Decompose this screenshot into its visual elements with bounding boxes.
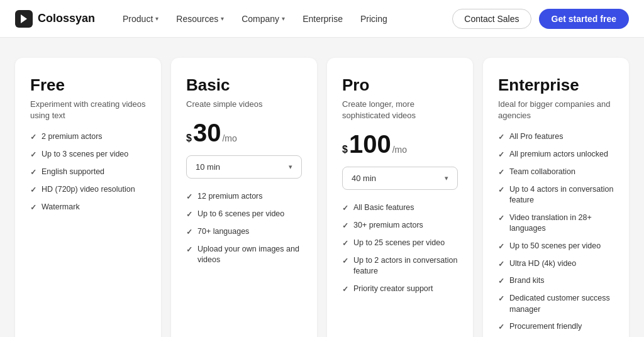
- feature-text: Up to 4 actors in conversation feature: [509, 184, 614, 206]
- nav-link-company[interactable]: Company▾: [234, 10, 292, 28]
- check-icon: ✓: [30, 202, 36, 213]
- price-dollar-pro: $: [342, 145, 348, 155]
- pricing-card-enterprise: EnterpriseIdeal for bigger companies and…: [483, 58, 629, 337]
- dropdown-basic[interactable]: 10 min▾: [186, 155, 302, 179]
- feature-text: Video translation in 28+ languages: [509, 213, 614, 235]
- feature-text: Up to 3 scenes per video: [42, 149, 128, 160]
- feature-text: English supported: [42, 167, 104, 178]
- feature-text: Ultra HD (4k) video: [509, 258, 576, 270]
- logo-text: Colossyan: [38, 12, 95, 25]
- feature-item: ✓Up to 3 scenes per video: [30, 149, 146, 160]
- feature-item: ✓Up to 25 scenes per video: [342, 238, 458, 249]
- feature-text: All Basic features: [353, 202, 414, 214]
- feature-text: All Pro features: [509, 131, 563, 143]
- contact-sales-button[interactable]: Contact Sales: [452, 9, 531, 29]
- feature-text: Up to 50 scenes per video: [509, 241, 601, 252]
- check-icon: ✓: [186, 245, 192, 255]
- price-period-basic: /mo: [222, 133, 236, 143]
- nav-link-enterprise[interactable]: Enterprise: [295, 10, 350, 28]
- feature-text: 70+ languages: [197, 226, 249, 238]
- chevron-down-icon: ▾: [282, 15, 285, 22]
- feature-item: ✓Up to 4 actors in conversation feature: [498, 184, 614, 206]
- check-icon: ✓: [498, 150, 504, 160]
- check-icon: ✓: [30, 185, 36, 196]
- check-icon: ✓: [498, 213, 504, 224]
- navbar: Colossyan Product▾Resources▾Company▾Ente…: [0, 0, 644, 38]
- logo[interactable]: Colossyan: [15, 10, 95, 28]
- price-dollar-basic: $: [186, 133, 192, 143]
- dropdown-label-pro: 40 min: [352, 174, 376, 183]
- chevron-down-icon: ▾: [221, 15, 224, 22]
- check-icon: ✓: [342, 256, 348, 267]
- check-icon: ✓: [30, 150, 36, 160]
- price-period-pro: /mo: [392, 145, 407, 155]
- feature-item: ✓Priority creator support: [342, 284, 458, 295]
- feature-item: ✓Ultra HD (4k) video: [498, 258, 614, 270]
- plan-subtitle-enterprise: Ideal for bigger companies and agencies: [498, 99, 614, 121]
- feature-item: ✓Brand kits: [498, 275, 614, 287]
- check-icon: ✓: [498, 276, 504, 287]
- feature-text: Brand kits: [509, 275, 545, 287]
- feature-item: ✓2 premium actors: [30, 131, 146, 143]
- check-icon: ✓: [186, 227, 192, 238]
- pricing-card-basic: BasicCreate simple videos$30/mo10 min▾✓1…: [171, 58, 317, 337]
- feature-text: Dedicated customer success manager: [509, 293, 614, 315]
- check-icon: ✓: [498, 322, 504, 333]
- price-row-basic: $30/mo: [186, 120, 302, 145]
- feature-text: Priority creator support: [353, 284, 433, 295]
- feature-item: ✓70+ languages: [186, 226, 302, 238]
- price-amount-basic: 30: [193, 120, 221, 145]
- feature-list-pro: ✓All Basic features✓30+ premium actors✓U…: [342, 202, 458, 294]
- nav-links: Product▾Resources▾Company▾EnterprisePric…: [115, 10, 452, 28]
- feature-text: Up to 6 scenes per video: [197, 209, 284, 220]
- check-icon: ✓: [186, 192, 192, 202]
- feature-list-basic: ✓12 premium actors✓Up to 6 scenes per vi…: [186, 191, 302, 265]
- feature-item: ✓30+ premium actors: [342, 220, 458, 231]
- price-row-pro: $100/mo: [342, 131, 458, 157]
- check-icon: ✓: [342, 203, 348, 214]
- get-started-button[interactable]: Get started free: [539, 9, 629, 29]
- feature-item: ✓All premium actors unlocked: [498, 149, 614, 160]
- check-icon: ✓: [342, 221, 348, 231]
- check-icon: ✓: [498, 294, 504, 304]
- feature-text: All premium actors unlocked: [509, 149, 608, 160]
- feature-item: ✓12 premium actors: [186, 191, 302, 202]
- svg-marker-0: [21, 14, 27, 23]
- feature-text: 2 premium actors: [42, 131, 103, 143]
- main-content: FreeExperiment with creating videos usin…: [0, 38, 644, 337]
- price-amount-pro: 100: [349, 131, 391, 157]
- feature-item: ✓All Pro features: [498, 131, 614, 143]
- feature-item: ✓Up to 50 scenes per video: [498, 241, 614, 252]
- nav-link-resources[interactable]: Resources▾: [169, 10, 231, 28]
- check-icon: ✓: [498, 167, 504, 178]
- feature-text: Watermark: [42, 202, 80, 213]
- chevron-down-icon: ▾: [289, 163, 292, 171]
- feature-item: ✓HD (720p) video resolution: [30, 184, 146, 196]
- dropdown-label-basic: 10 min: [196, 162, 220, 172]
- pricing-card-pro: ProCreate longer, more sophisticated vid…: [327, 58, 473, 337]
- check-icon: ✓: [30, 132, 36, 143]
- check-icon: ✓: [498, 259, 504, 270]
- logo-icon: [15, 10, 33, 28]
- feature-text: Up to 2 actors in conversation feature: [353, 255, 458, 277]
- nav-link-pricing[interactable]: Pricing: [353, 10, 395, 28]
- feature-text: HD (720p) video resolution: [42, 184, 135, 196]
- check-icon: ✓: [498, 241, 504, 252]
- pricing-grid: FreeExperiment with creating videos usin…: [15, 58, 629, 337]
- dropdown-pro[interactable]: 40 min▾: [342, 167, 458, 190]
- feature-text: Up to 25 scenes per video: [353, 238, 445, 249]
- plan-subtitle-basic: Create simple videos: [186, 99, 302, 110]
- nav-link-product[interactable]: Product▾: [115, 10, 166, 28]
- check-icon: ✓: [342, 238, 348, 249]
- feature-item: ✓Procurement friendly: [498, 321, 614, 333]
- feature-item: ✓Up to 6 scenes per video: [186, 209, 302, 220]
- feature-item: ✓English supported: [30, 167, 146, 178]
- plan-title-enterprise: Enterprise: [498, 75, 614, 95]
- plan-title-pro: Pro: [342, 75, 458, 95]
- feature-item: ✓Dedicated customer success manager: [498, 293, 614, 315]
- feature-item: ✓Video translation in 28+ languages: [498, 213, 614, 235]
- feature-text: Upload your own images and videos: [197, 244, 302, 266]
- plan-title-free: Free: [30, 75, 146, 95]
- check-icon: ✓: [186, 209, 192, 220]
- pricing-card-free: FreeExperiment with creating videos usin…: [15, 58, 161, 337]
